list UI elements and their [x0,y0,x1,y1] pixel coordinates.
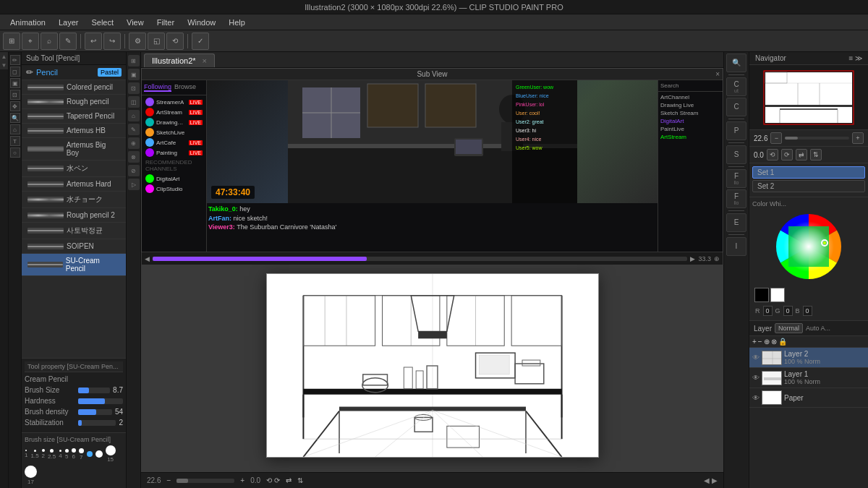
dot-5[interactable]: 4 [59,450,61,459]
brush-artemus-big[interactable]: Artemus Big Boy [22,138,126,160]
color-wheel-svg[interactable] [773,210,845,283]
menu-filter[interactable]: Filter [151,17,180,28]
dot-6[interactable]: 5 [65,449,69,460]
brush-tapered-pencil[interactable]: Tapered Pencil [22,109,126,124]
sub-view-close-btn[interactable]: × [715,70,720,78]
tool-move[interactable]: ✥ [10,101,20,111]
menu-animation[interactable]: Animation [4,17,51,28]
rt-btn-f1[interactable]: F llo [726,169,746,188]
layer-item-paper[interactable]: 👁 Paper [749,388,868,408]
scroll-up[interactable]: ▲ [0,52,8,61]
rt-btn-cut[interactable]: C ut [726,77,746,96]
brush-artemus-hb[interactable]: Artemus HB [22,124,126,138]
rt-btn-zoom[interactable]: 🔍 [726,53,746,72]
menu-window[interactable]: Window [182,17,221,28]
brush-su-cream[interactable]: SU-Cream Pencil [22,254,126,276]
canvas-area[interactable]: Sub View × Following Browse Streame [141,68,723,472]
rt-btn-e[interactable]: E [726,213,746,232]
layer-merge-btn[interactable]: ⊗ [771,338,777,346]
strip-icon-1[interactable]: ⊞ [128,55,140,67]
twitch-ch-2[interactable]: ArtStream LIVE [143,107,205,117]
menu-help[interactable]: Help [223,17,251,28]
toolbar-undo[interactable]: ↩ [85,33,102,50]
hardness-slider[interactable] [78,398,123,404]
twitch-ch-6[interactable]: Painting LIVE [143,147,205,158]
set-1[interactable]: Set 1 [752,166,865,179]
layer-eye-2[interactable]: 👁 [752,354,760,361]
brush-water[interactable]: 水ペン [22,160,126,177]
dot-7[interactable]: 6 [72,448,76,460]
brush-density-slider[interactable] [78,409,112,415]
twitch-ch-3[interactable]: DrawingChan LIVE [143,117,205,127]
tool-pen[interactable]: ✏ [10,55,20,65]
twitch-ch-1[interactable]: StreamerA LIVE [143,97,205,107]
brush-rough-pencil[interactable]: Rough pencil [22,95,126,109]
layer-eye-paper[interactable]: 👁 [752,394,760,402]
brush-soipen[interactable]: SOIPEN [22,239,126,254]
toolbar-btn-3[interactable]: ⌕ [41,33,58,50]
tool-view[interactable]: 🔍 [10,113,20,123]
dot-3[interactable]: 2 [42,449,45,459]
nav-rot-ccw[interactable]: ⟲ [767,149,778,160]
twitch-ch-rec1[interactable]: DigitalArt [143,174,205,184]
dot-17[interactable]: 17 [25,466,37,485]
status-right-arrows[interactable]: ◀ ▶ [704,476,718,484]
layer-new-btn[interactable]: + [752,338,757,346]
sv-progress-bar[interactable] [153,257,687,261]
tab-close[interactable]: × [203,56,207,65]
twitch-ch-5[interactable]: ArtCafe LIVE [143,137,205,147]
sv-next[interactable]: ▶ [690,255,695,262]
toolbar-btn-7[interactable]: ⟲ [166,33,184,50]
tool-eraser[interactable]: ◻ [10,67,20,77]
tool-text[interactable]: T [10,136,20,146]
menu-select[interactable]: Select [85,17,119,28]
status-plus[interactable]: + [240,476,244,484]
dot-2[interactable]: 1.5 [30,450,38,459]
strip-icon-6[interactable]: ✎ [128,124,140,135]
brush-colored-pencil[interactable]: Colored pencil [22,80,126,95]
menu-layer[interactable]: Layer [53,17,85,28]
toolbar-btn-1[interactable]: ⊞ [3,33,20,50]
layer-del-btn[interactable]: − [758,338,762,346]
pencil-selector[interactable]: ✏ Pencil Pastel [22,65,126,80]
nav-zoom-in[interactable]: + [852,132,864,144]
nav-rot-cw[interactable]: ⟳ [781,149,793,160]
brush-artemus-hard[interactable]: Artemus Hard [22,177,126,192]
layer-copy-btn[interactable]: ⊕ [764,338,770,346]
dot-8[interactable]: 7 [79,448,84,461]
zoom-slider[interactable] [176,479,234,483]
tool-fill[interactable]: ▣ [10,78,20,88]
toolbar-btn-4[interactable]: ✎ [59,33,77,50]
strip-icon-9[interactable]: ⊘ [128,165,140,176]
strip-icon-4[interactable]: ◫ [128,96,140,108]
menu-view[interactable]: View [121,17,150,28]
tool-brush[interactable]: ⌂ [10,124,20,134]
strip-icon-8[interactable]: ⊗ [128,151,140,163]
layer-lock-btn[interactable]: 🔒 [778,338,787,346]
strip-icon-2[interactable]: ▣ [128,69,140,80]
strip-icon-3[interactable]: ⊡ [128,82,140,94]
brush-sato[interactable]: 사토박정균 [22,223,126,239]
nav-flip-h[interactable]: ⇄ [796,149,807,160]
sv-prev[interactable]: ◀ [145,255,150,262]
nav-zoom-out[interactable]: − [770,132,782,144]
status-mirror-v[interactable]: ⇅ [297,476,303,484]
swatch-white[interactable] [770,288,785,302]
nav-zoom-slider[interactable] [785,137,849,140]
color-b-value[interactable]: 0 [803,306,812,316]
dot-10[interactable] [95,450,103,458]
strip-icon-5[interactable]: ⌂ [128,110,140,121]
status-mirror-h[interactable]: ⇄ [286,476,292,484]
tool-shape[interactable]: ○ [10,147,20,158]
rt-btn-s[interactable]: S [726,145,746,164]
brush-rough-pencil-2[interactable]: Rough pencil 2 [22,208,126,223]
dot-1[interactable]: 1 [25,450,27,458]
swatch-black[interactable] [754,288,769,302]
dot-4[interactable]: 2.5 [48,449,56,460]
stabilization-slider[interactable] [78,420,116,426]
rt-btn-i[interactable]: I [726,237,746,256]
rt-btn-p[interactable]: P [726,121,746,140]
toolbar-redo[interactable]: ↪ [103,33,121,50]
toolbar-btn-8[interactable]: ✓ [192,33,209,50]
toolbar-btn-5[interactable]: ⚙ [129,33,146,50]
